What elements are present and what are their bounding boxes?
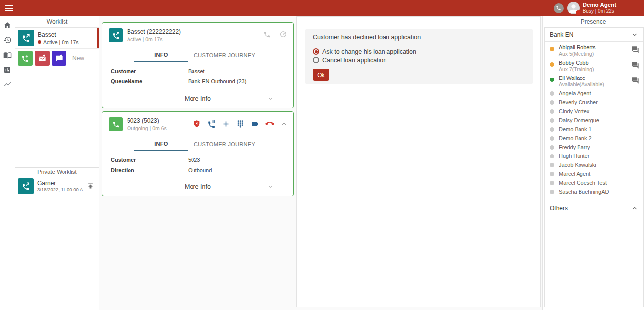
new-call-button[interactable] [18, 51, 33, 66]
presence-agent-row[interactable]: Beverly Crusher [545, 98, 643, 107]
nav-rail [0, 16, 15, 310]
card-fields: Customer Basset QueueName Bank EN Outbou… [102, 62, 293, 86]
home-icon[interactable] [3, 21, 11, 29]
chevron-up-icon [631, 205, 638, 212]
presence-agent-row[interactable]: Freddy Barry [545, 143, 643, 152]
history-icon[interactable] [3, 36, 12, 44]
agent-name: Daisy Domergue [559, 117, 599, 124]
agent-name: Marcel Agent [559, 171, 590, 177]
loan-option[interactable]: Ask to change his loan application [313, 47, 525, 56]
reschedule-icon[interactable] [279, 30, 287, 38]
interaction-cards-column: Basset (222222222) Active | 0m 17s INFO … [99, 16, 296, 310]
ok-button[interactable]: Ok [313, 69, 329, 81]
call-card-basset: Basset (222222222) Active | 0m 17s INFO … [102, 22, 294, 108]
top-app-bar: Demo Agent Busy | 0m 22s [0, 0, 644, 16]
presence-agent-row[interactable]: Bobby Cobb Aux 7(Training) [545, 58, 643, 74]
worklist-title: Worklist [15, 16, 99, 28]
tab-info[interactable]: INFO [134, 48, 188, 62]
loan-option[interactable]: Cancel loan application [313, 56, 525, 64]
end-call-icon[interactable] [265, 119, 274, 128]
agent-name: Eli Wallace [559, 75, 604, 81]
outbound-call-icon [109, 28, 123, 42]
chevron-down-icon [267, 184, 273, 190]
presence-status-dot [550, 163, 554, 167]
field-label: Direction [111, 167, 188, 173]
field-value: 5023 [188, 157, 200, 163]
presence-agent-row[interactable]: Marcel Goesch Test [545, 178, 643, 187]
presence-agent-row[interactable]: Marcel Agent [545, 169, 643, 178]
presence-agent-row[interactable]: Demo Bank 1 [545, 125, 643, 134]
active-dot [38, 40, 41, 44]
private-item-name: Garner [37, 180, 85, 187]
presence-status-dot [550, 145, 554, 150]
agent-name: Sascha BuehningAD [559, 189, 609, 195]
card-title: 5023 (5023) [127, 117, 167, 124]
more-info-button[interactable]: More Info [102, 183, 293, 190]
tab-customer-journey[interactable]: CUSTOMER JOURNEY [188, 48, 261, 62]
presence-agent-row[interactable]: Daisy Domergue [545, 116, 643, 125]
loan-options: Ask to change his loan application Cance… [313, 47, 525, 64]
agent-profile-area: Demo Agent Busy | 0m 22s [554, 2, 616, 14]
new-chat-button[interactable] [52, 51, 66, 66]
agent-name: Beverly Crusher [559, 99, 598, 106]
presence-agent-row[interactable]: Hugh Hunter [545, 152, 643, 160]
video-icon[interactable] [251, 120, 259, 128]
dialpad-icon[interactable] [236, 120, 244, 128]
worklist-panel: Worklist Basset Active | 0m 17s New [15, 16, 99, 310]
presence-agent-row[interactable]: Sascha BuehningAD [545, 187, 643, 196]
contacts-icon[interactable] [3, 51, 12, 59]
add-participant-icon[interactable] [222, 120, 230, 128]
chat-icon[interactable] [631, 77, 639, 84]
presence-status-dot [550, 91, 554, 96]
presence-agent-row[interactable]: Abigail Roberts Aux 5(Meeting) [545, 43, 643, 58]
agent-name: Abigail Roberts [559, 44, 596, 51]
presence-agent-row[interactable]: Cindy Vortex [545, 107, 643, 116]
tab-customer-journey[interactable]: CUSTOMER JOURNEY [188, 137, 261, 151]
presence-status-dot [550, 78, 554, 82]
more-info-button[interactable]: More Info [102, 95, 293, 102]
field-value: Basset [188, 68, 205, 74]
tab-info[interactable]: INFO [134, 137, 188, 151]
new-email-button[interactable] [35, 51, 50, 66]
agent-name: Demo Agent [583, 2, 616, 8]
field-label: Customer [111, 68, 188, 74]
publish-icon[interactable] [87, 182, 96, 190]
agent-aux-status: Available(Available) [559, 81, 604, 87]
softphone-icon[interactable] [554, 3, 564, 13]
others-label: Others [550, 205, 568, 212]
presence-agent-row[interactable]: Eli Wallace Available(Available) [545, 74, 643, 89]
recording-off-icon[interactable] [193, 120, 201, 128]
private-worklist-item-garner[interactable]: Garner 3/18/2022, 11:00:00 A... [15, 176, 99, 196]
others-section-header[interactable]: Others [545, 200, 643, 216]
presence-group-header[interactable]: Bank EN [545, 28, 643, 42]
card-tabs: INFO CUSTOMER JOURNEY [102, 137, 293, 151]
call-disabled-icon[interactable] [263, 31, 271, 38]
statistics-icon[interactable] [3, 80, 12, 88]
chat-icon[interactable] [631, 46, 639, 54]
presence-panel: Presence Bank EN Abigail Roberts Aux 5(M… [542, 16, 644, 310]
collapse-card-icon[interactable] [281, 121, 287, 127]
chat-icon[interactable] [631, 61, 639, 69]
agent-name: Cindy Vortex [559, 108, 589, 115]
avatar[interactable] [567, 2, 580, 14]
agent-name: Hugh Hunter [559, 153, 589, 159]
chevron-down-icon [631, 31, 638, 38]
reports-icon[interactable] [3, 66, 11, 74]
presence-agent-row[interactable]: Angela Agent [545, 89, 643, 98]
radio-label: Cancel loan application [322, 57, 386, 64]
card-fields: Customer 5023 Direction Outbound [102, 151, 293, 175]
agent-status: Busy | 0m 22s [583, 8, 616, 14]
worklist-item-name: Basset [38, 31, 79, 38]
outbound-call-icon [18, 178, 34, 194]
hold-icon[interactable] [207, 120, 216, 128]
menu-icon[interactable] [5, 5, 13, 11]
worklist-item-basset[interactable]: Basset Active | 0m 17s [15, 28, 99, 49]
field-label: QueueName [111, 78, 188, 84]
agent-name: Demo Bank 1 [559, 126, 592, 133]
radio-icon [313, 48, 319, 55]
presence-agent-row[interactable]: Demo Bank 2 [545, 134, 643, 143]
presence-agent-row[interactable]: Jacob Kowalski [545, 160, 643, 169]
agent-aux-status: Aux 7(Training) [559, 66, 594, 72]
agent-name: Freddy Barry [559, 144, 590, 151]
presence-status-dot [550, 118, 554, 123]
